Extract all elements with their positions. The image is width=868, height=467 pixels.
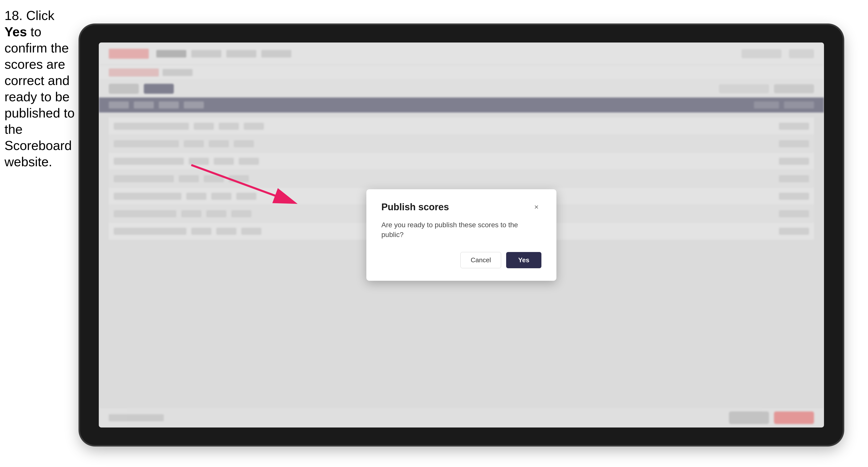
dialog-overlay: Publish scores × Are you ready to publis…	[99, 42, 824, 428]
dialog-footer: Cancel Yes	[381, 252, 541, 268]
publish-scores-dialog: Publish scores × Are you ready to publis…	[366, 189, 556, 281]
step-number: 18.	[4, 8, 23, 23]
dialog-body-text: Are you ready to publish these scores to…	[381, 220, 541, 240]
instruction-text: 18. Click Yes to confirm the scores are …	[4, 7, 77, 170]
dialog-title: Publish scores	[381, 202, 449, 213]
instruction-before-bold: Click	[26, 8, 55, 23]
tablet-frame: Publish scores × Are you ready to publis…	[80, 25, 843, 445]
instruction-bold: Yes	[4, 25, 27, 39]
cancel-button[interactable]: Cancel	[460, 252, 501, 268]
yes-button[interactable]: Yes	[506, 252, 541, 268]
tablet-screen: Publish scores × Are you ready to publis…	[99, 42, 824, 428]
close-button[interactable]: ×	[531, 202, 541, 212]
dialog-header: Publish scores ×	[381, 202, 541, 213]
instruction-after-bold: to confirm the scores are correct and re…	[4, 25, 74, 169]
